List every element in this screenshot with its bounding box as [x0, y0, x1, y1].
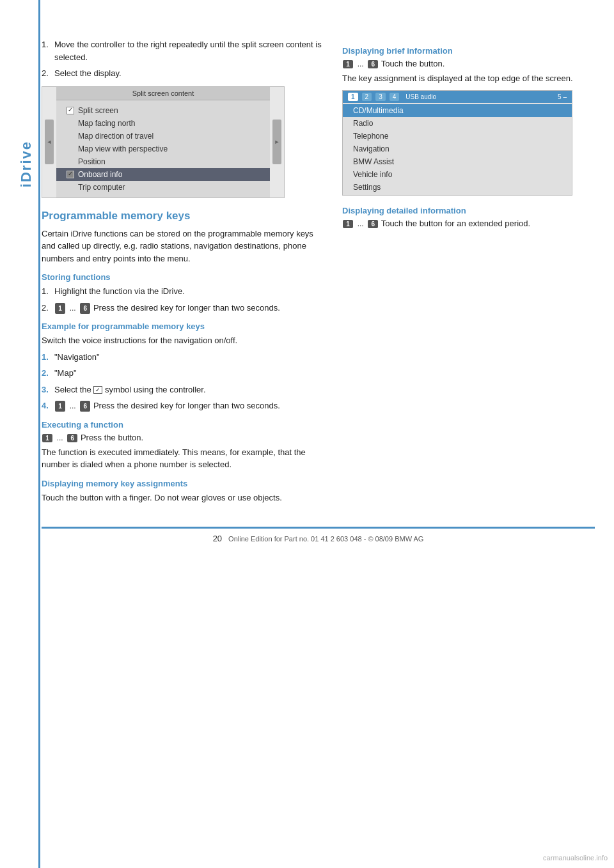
brief-body: The key assignment is displayed at the t… — [342, 72, 592, 85]
programmable-heading: Programmable memory keys — [42, 210, 323, 222]
key-badge-1: 1 — [55, 303, 65, 314]
right-screenshot-item-radio: Radio — [343, 117, 572, 130]
storing-heading: Storing functions — [42, 272, 323, 282]
executing-body: The function is executed immediately. Th… — [42, 446, 323, 471]
right-screenshot-item-telephone: Telephone — [343, 130, 572, 143]
example-text: Switch the voice instructions for the na… — [42, 334, 323, 347]
screenshot-item-position: Position — [56, 155, 270, 168]
right-screenshot: 1 2 3 4 USB audio 5 – CD/Multimedia Radi… — [342, 90, 572, 196]
example-step-4: 4. 1 ... 6 Press the desired key for lon… — [42, 399, 323, 412]
page-number: 20 — [213, 534, 222, 543]
storing-step-1: 1. Highlight the function via the iDrive… — [42, 285, 323, 298]
intro-step-1: 1. Move the controller to the right repe… — [42, 38, 323, 63]
tab-2: 2 — [362, 93, 372, 101]
screenshot-item-trip: Trip computer — [56, 181, 270, 194]
checkbox-icon-checked — [67, 171, 74, 178]
screenshot-item-map-direction: Map direction of travel — [56, 130, 270, 143]
tab-1: 1 — [348, 93, 358, 101]
page-num: 5 – — [558, 93, 567, 100]
right-screenshot-item-cd: CD/Multimedia — [343, 104, 572, 117]
key-badge-detail-1: 1 — [343, 220, 353, 228]
example-heading: Example for programmable memory keys — [42, 322, 323, 331]
screenshot-body: Split screen Map facing north Map direct… — [56, 100, 270, 198]
right-screenshot-item-bmw: BMW Assist — [343, 155, 572, 168]
watermark: carmanualsoline.info — [543, 854, 608, 862]
detailed-keys-line: 1 ... 6 Touch the button for an extended… — [342, 219, 592, 228]
key-badge-6: 6 — [80, 303, 90, 314]
intro-step-2: 2. Select the display. — [42, 67, 323, 80]
key-badge-brief-6: 6 — [368, 60, 378, 68]
detailed-heading: Displaying detailed information — [342, 206, 592, 215]
right-screenshot-body: CD/Multimedia Radio Telephone Navigation… — [343, 103, 572, 195]
usb-label: USB audio — [405, 93, 436, 100]
brief-keys-line: 1 ... 6 Touch the button. — [342, 59, 592, 68]
screenshot-item-split-screen: Split screen — [56, 104, 270, 117]
executing-heading: Executing a function — [42, 420, 323, 430]
key-badge-exec-1: 1 — [42, 434, 52, 442]
tab-3: 3 — [375, 93, 386, 101]
key-badge-exec-6: 6 — [67, 434, 77, 442]
ellipsis: ... — [70, 302, 76, 314]
storing-step-2: 2. 1 ... 6 Press the desired key for lon… — [42, 302, 323, 314]
executing-keys-line: 1 ... 6 Press the button. — [42, 433, 323, 442]
page-divider — [38, 0, 40, 868]
screenshot-item-map-north: Map facing north — [56, 117, 270, 130]
displaying-assignments-heading: Displaying memory key assignments — [42, 479, 323, 488]
footer: 20 Online Edition for Part no. 01 41 2 6… — [42, 527, 595, 543]
key-badge-ex-6: 6 — [80, 401, 90, 412]
displaying-assignments-text: Touch the button with a finger. Do not w… — [42, 492, 323, 504]
checkbox-icon — [67, 107, 74, 114]
programmable-text: Certain iDrive functions can be stored o… — [42, 228, 323, 265]
key-badge-detail-6: 6 — [368, 220, 378, 228]
right-screenshot-item-vehicle: Vehicle info — [343, 168, 572, 181]
right-screenshot-item-settings: Settings — [343, 181, 572, 194]
screenshot-item-map-perspective: Map view with perspective — [56, 143, 270, 155]
right-screenshot-header: 1 2 3 4 USB audio 5 – — [343, 91, 572, 103]
key-badge-ex-1: 1 — [55, 401, 65, 412]
screenshot-item-onboard: Onboard info — [56, 168, 270, 181]
symbol-icon: ✓ — [93, 386, 102, 394]
sidebar-label: iDrive — [18, 141, 35, 187]
tab-4: 4 — [390, 93, 400, 101]
right-column: Displaying brief information 1 ... 6 Tou… — [336, 38, 592, 508]
example-step-3: 3. Select the ✓ symbol using the control… — [42, 384, 323, 396]
example-step-2: 2. "Map" — [42, 367, 323, 380]
left-column: 1. Move the controller to the right repe… — [42, 38, 336, 508]
brief-heading: Displaying brief information — [342, 46, 592, 56]
example-step-1: 1. "Navigation" — [42, 351, 323, 364]
screenshot-title: Split screen content — [56, 87, 270, 100]
split-screen-screenshot: ◄ Split screen content Split screen Map … — [42, 86, 285, 198]
right-screenshot-item-navigation: Navigation — [343, 143, 572, 155]
footer-text: Online Edition for Part no. 01 41 2 603 … — [228, 535, 423, 543]
key-badge-brief-1: 1 — [343, 60, 353, 68]
